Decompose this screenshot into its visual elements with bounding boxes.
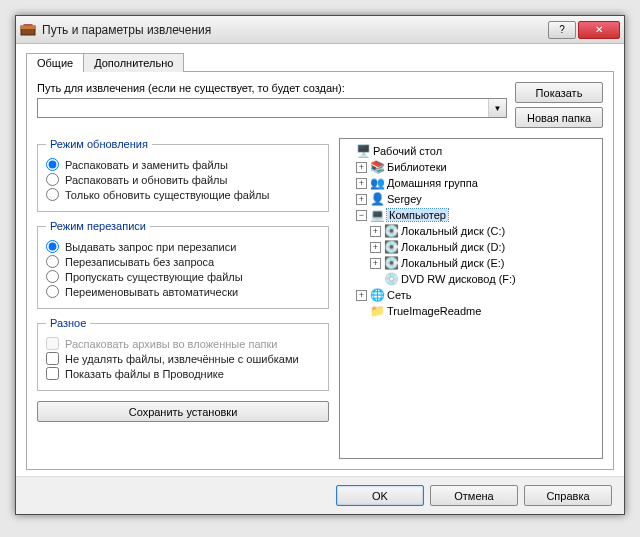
collapse-icon[interactable]: − — [356, 210, 367, 221]
tree-libraries[interactable]: Библиотеки — [387, 161, 447, 173]
svg-rect-1 — [21, 26, 35, 29]
window-title: Путь и параметры извлечения — [42, 23, 548, 37]
checkbox-subfolders — [46, 337, 59, 350]
expand-icon[interactable]: + — [356, 162, 367, 173]
help-button[interactable]: Справка — [524, 485, 612, 506]
misc-group: Разное Распаковать архивы во вложенные п… — [37, 317, 329, 391]
expand-icon[interactable]: + — [356, 194, 367, 205]
desktop-icon: 🖥️ — [355, 143, 371, 159]
disk-icon: 💽 — [383, 239, 399, 255]
cancel-button[interactable]: Отмена — [430, 485, 518, 506]
user-icon: 👤 — [369, 191, 385, 207]
radio-overwrite-silent[interactable] — [46, 255, 59, 268]
expand-icon[interactable]: + — [370, 258, 381, 269]
libraries-icon: 📚 — [369, 159, 385, 175]
tree-network[interactable]: Сеть — [387, 289, 411, 301]
dialog-footer: OK Отмена Справка — [16, 476, 624, 514]
expand-icon[interactable]: + — [356, 178, 367, 189]
tree-disk-d[interactable]: Локальный диск (D:) — [401, 241, 505, 253]
network-icon: 🌐 — [369, 287, 385, 303]
tab-advanced[interactable]: Дополнительно — [83, 53, 184, 72]
new-folder-button[interactable]: Новая папка — [515, 107, 603, 128]
radio-extract-replace[interactable] — [46, 158, 59, 171]
dialog-body: Общие Дополнительно Путь для извлечения … — [16, 44, 624, 476]
update-mode-group: Режим обновления Распаковать и заменить … — [37, 138, 329, 212]
tree-readme[interactable]: TrueImageReadme — [387, 305, 481, 317]
expand-icon[interactable]: + — [356, 290, 367, 301]
path-combobox[interactable]: ▼ — [37, 98, 507, 118]
tree-disk-e[interactable]: Локальный диск (E:) — [401, 257, 505, 269]
help-icon: ? — [559, 24, 565, 35]
help-button-titlebar[interactable]: ? — [548, 21, 576, 39]
save-settings-button[interactable]: Сохранить установки — [37, 401, 329, 422]
overwrite-silent[interactable]: Перезаписывать без запроса — [46, 255, 320, 268]
overwrite-ask[interactable]: Выдавать запрос при перезаписи — [46, 240, 320, 253]
folder-icon: 📁 — [369, 303, 385, 319]
path-input[interactable] — [38, 99, 488, 117]
tree-desktop[interactable]: Рабочий стол — [373, 145, 442, 157]
ok-button[interactable]: OK — [336, 485, 424, 506]
overwrite-mode-group: Режим перезаписи Выдавать запрос при пер… — [37, 220, 329, 309]
tab-strip: Общие Дополнительно — [26, 53, 614, 72]
expand-icon[interactable]: + — [370, 242, 381, 253]
checkbox-keep-broken[interactable] — [46, 352, 59, 365]
checkbox-show-explorer[interactable] — [46, 367, 59, 380]
overwrite-rename[interactable]: Переименовывать автоматически — [46, 285, 320, 298]
overwrite-mode-legend: Режим перезаписи — [46, 220, 150, 232]
disk-icon: 💽 — [383, 255, 399, 271]
dvd-icon: 💿 — [383, 271, 399, 287]
path-label: Путь для извлечения (если не существует,… — [37, 82, 507, 94]
update-mode-legend: Режим обновления — [46, 138, 152, 150]
folder-tree[interactable]: 🖥️ Рабочий стол + 📚 Библиотеки + 👥 Домаш… — [339, 138, 603, 459]
radio-overwrite-skip[interactable] — [46, 270, 59, 283]
titlebar: Путь и параметры извлечения ? ✕ — [16, 16, 624, 44]
update-mode-extract-replace[interactable]: Распаковать и заменить файлы — [46, 158, 320, 171]
radio-overwrite-rename[interactable] — [46, 285, 59, 298]
expand-icon[interactable]: + — [370, 226, 381, 237]
misc-keep-broken[interactable]: Не удалять файлы, извлечённые с ошибками — [46, 352, 320, 365]
update-mode-freshen[interactable]: Только обновить существующие файлы — [46, 188, 320, 201]
tab-general[interactable]: Общие — [26, 53, 84, 72]
radio-extract-update[interactable] — [46, 173, 59, 186]
radio-overwrite-ask[interactable] — [46, 240, 59, 253]
computer-icon: 💻 — [369, 207, 385, 223]
tree-computer[interactable]: Компьютер — [387, 209, 448, 221]
tab-panel-general: Путь для извлечения (если не существует,… — [26, 71, 614, 470]
radio-freshen[interactable] — [46, 188, 59, 201]
close-icon: ✕ — [595, 24, 603, 35]
update-mode-extract-update[interactable]: Распаковать и обновить файлы — [46, 173, 320, 186]
close-button[interactable]: ✕ — [578, 21, 620, 39]
disk-icon: 💽 — [383, 223, 399, 239]
winrar-icon — [20, 22, 36, 38]
dialog-window: Путь и параметры извлечения ? ✕ Общие До… — [15, 15, 625, 515]
tree-homegroup[interactable]: Домашняя группа — [387, 177, 478, 189]
misc-extract-subfolders: Распаковать архивы во вложенные папки — [46, 337, 320, 350]
tree-twist-icon — [342, 146, 353, 157]
misc-show-explorer[interactable]: Показать файлы в Проводнике — [46, 367, 320, 380]
chevron-down-icon[interactable]: ▼ — [488, 99, 506, 117]
homegroup-icon: 👥 — [369, 175, 385, 191]
overwrite-skip[interactable]: Пропускать существующие файлы — [46, 270, 320, 283]
show-button[interactable]: Показать — [515, 82, 603, 103]
tree-user[interactable]: Sergey — [387, 193, 422, 205]
tree-twist-icon — [356, 306, 367, 317]
tree-twist-icon — [370, 274, 381, 285]
misc-legend: Разное — [46, 317, 90, 329]
tree-disk-c[interactable]: Локальный диск (C:) — [401, 225, 505, 237]
tree-dvd[interactable]: DVD RW дисковод (F:) — [401, 273, 516, 285]
